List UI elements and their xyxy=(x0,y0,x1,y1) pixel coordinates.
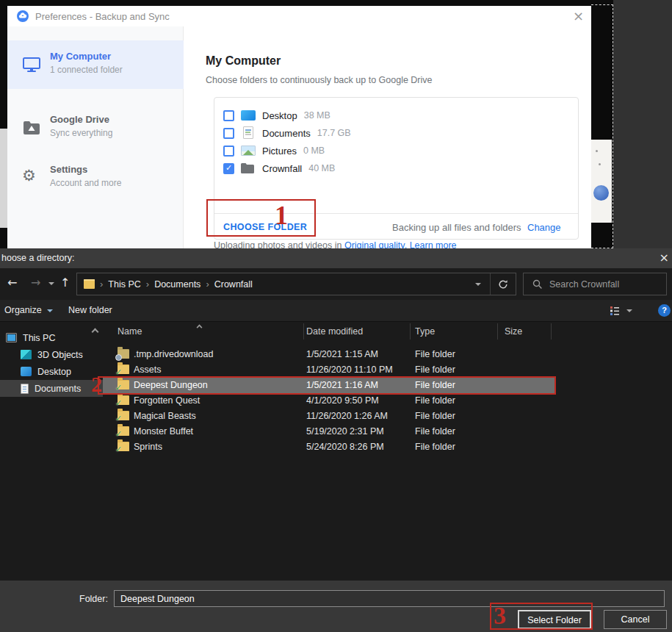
sidebar-item-sublabel: Account and more xyxy=(50,178,121,188)
annotation-number-3: 3 xyxy=(494,602,506,630)
checkbox-pictures[interactable] xyxy=(223,146,234,157)
background-speck xyxy=(596,150,598,152)
search-icon xyxy=(532,279,543,290)
folder-check-icon: ✓ xyxy=(118,426,129,436)
folder-icon xyxy=(241,163,256,174)
folder-name: Crownfall xyxy=(262,163,302,174)
forward-icon[interactable]: → xyxy=(31,277,40,289)
breadcrumb-crownfall[interactable]: Crownfall xyxy=(214,279,253,290)
file-row[interactable]: ✓ Magical Beasts 11/26/2020 1:26 AM File… xyxy=(103,409,556,424)
annotation-box-2 xyxy=(98,376,556,395)
dialog-toolbar: Organize New folder ? xyxy=(0,300,672,322)
address-bar[interactable]: › This PC › Documents › Crownfall xyxy=(76,273,516,295)
up-icon[interactable]: ↑ xyxy=(60,277,70,289)
folder-row-pictures: Pictures 0 MB xyxy=(223,143,325,158)
breadcrumb-documents[interactable]: Documents xyxy=(154,279,200,290)
background-window-strip xyxy=(0,129,7,228)
file-type: File folder xyxy=(415,442,455,452)
refresh-icon[interactable] xyxy=(490,273,516,295)
file-row[interactable]: ✓ Forgotten Quest 4/1/2020 9:50 PM File … xyxy=(103,393,556,409)
search-field[interactable]: Search Crownfall xyxy=(523,273,667,295)
prefs-sidebar: My Computer 1 connected folder Google Dr… xyxy=(7,26,184,248)
new-folder-button[interactable]: New folder xyxy=(68,305,112,315)
selection-marquee xyxy=(591,4,613,248)
file-date: 5/19/2020 2:31 PM xyxy=(306,426,384,437)
breadcrumb-this-pc[interactable]: This PC xyxy=(108,279,140,290)
folder-row-documents: Documents 17.7 GB xyxy=(223,126,351,140)
folder-size: 17.7 GB xyxy=(317,128,351,138)
checkbox-desktop[interactable] xyxy=(223,110,234,121)
prefs-close-icon[interactable]: × xyxy=(573,8,584,24)
prefs-window-title: Preferences - Backup and Sync xyxy=(35,11,170,22)
background-speck xyxy=(599,163,601,165)
file-row[interactable]: ✓ Assets 11/26/2020 11:10 PM File folder xyxy=(103,362,556,378)
column-header-date[interactable]: Date modified xyxy=(306,326,363,337)
file-row[interactable]: ✓ Monster Buffet 5/19/2020 2:31 PM File … xyxy=(103,424,556,439)
dialog-close-icon[interactable]: × xyxy=(660,251,669,265)
file-row[interactable]: .tmp.drivedownload 1/5/2021 1:15 AM File… xyxy=(103,347,556,362)
sidebar-item-sublabel: Sync everything xyxy=(50,128,112,138)
documents-icon xyxy=(21,384,29,394)
monitor-icon xyxy=(22,55,41,74)
sidebar-item-google-drive[interactable]: Google Drive Sync everything xyxy=(7,104,184,152)
file-type: File folder xyxy=(415,411,455,421)
3d-objects-icon xyxy=(21,350,32,359)
column-divider[interactable] xyxy=(410,323,411,340)
dialog-nav-tree: This PC 3D Objects Desktop Documents xyxy=(0,322,103,581)
background-window-edge xyxy=(591,140,612,223)
file-type: File folder xyxy=(415,349,455,359)
file-row[interactable]: ✓ Sprints 5/24/2020 8:26 PM File folder xyxy=(103,439,556,455)
column-header-size[interactable]: Size xyxy=(505,326,522,337)
tree-item-documents[interactable]: Documents xyxy=(0,380,103,397)
breadcrumb-sep-icon: › xyxy=(141,279,154,290)
column-divider[interactable] xyxy=(497,323,498,340)
folder-size: 0 MB xyxy=(303,146,325,156)
folder-name: Documents xyxy=(262,128,311,139)
column-header-name[interactable]: Name xyxy=(118,326,142,337)
file-name: Sprints xyxy=(134,442,162,452)
sidebar-item-my-computer[interactable]: My Computer 1 connected folder xyxy=(7,40,184,89)
file-date: 1/5/2021 1:15 AM xyxy=(306,349,378,359)
tree-label: This PC xyxy=(23,333,55,343)
file-date: 5/24/2020 8:26 PM xyxy=(306,442,384,452)
view-chevron-icon[interactable] xyxy=(626,309,632,312)
address-dropdown-icon[interactable] xyxy=(466,283,490,286)
folder-size: 38 MB xyxy=(304,110,330,121)
backup-sync-logo-icon xyxy=(17,10,29,22)
checkbox-documents[interactable] xyxy=(223,128,234,139)
sidebar-item-label: Settings xyxy=(50,164,87,175)
file-date: 11/26/2020 1:26 AM xyxy=(306,411,388,421)
tree-item-desktop[interactable]: Desktop xyxy=(0,363,103,380)
file-type: File folder xyxy=(415,395,455,406)
search-placeholder: Search Crownfall xyxy=(549,279,619,290)
file-name: Magical Beasts xyxy=(134,411,196,421)
tree-item-this-pc[interactable]: This PC xyxy=(0,329,103,346)
file-type: File folder xyxy=(415,426,455,437)
column-divider[interactable] xyxy=(303,323,304,340)
back-icon[interactable]: ← xyxy=(7,277,17,289)
help-orb-icon xyxy=(593,185,609,201)
details-view-icon[interactable] xyxy=(609,305,621,317)
help-icon[interactable]: ? xyxy=(658,304,671,317)
dialog-titlebar: hoose a directory: × xyxy=(0,248,672,268)
column-header-type[interactable]: Type xyxy=(415,326,435,337)
tree-item-3d-objects[interactable]: 3D Objects xyxy=(0,346,103,363)
folder-name: Desktop xyxy=(262,110,297,121)
breadcrumb-sep-icon: › xyxy=(200,279,214,290)
organize-menu[interactable]: Organize xyxy=(4,305,42,315)
sidebar-item-settings[interactable]: ⚙ Settings Account and more xyxy=(7,154,184,202)
page-title: My Computer xyxy=(206,54,281,68)
tree-label: Documents xyxy=(35,384,81,394)
history-chevron-icon[interactable] xyxy=(48,282,54,285)
file-name: .tmp.drivedownload xyxy=(134,349,213,359)
folder-check-icon: ✓ xyxy=(118,411,129,420)
folder-check-icon: ✓ xyxy=(118,365,129,374)
checkbox-crownfall[interactable] xyxy=(223,163,234,174)
cancel-button[interactable]: Cancel xyxy=(604,610,667,629)
change-link[interactable]: Change xyxy=(527,222,561,233)
annotation-box-1 xyxy=(206,199,316,237)
column-divider[interactable] xyxy=(551,323,552,340)
prefs-titlebar: Preferences - Backup and Sync × xyxy=(7,6,591,26)
this-pc-icon xyxy=(6,333,17,342)
sort-asc-icon xyxy=(197,325,203,331)
